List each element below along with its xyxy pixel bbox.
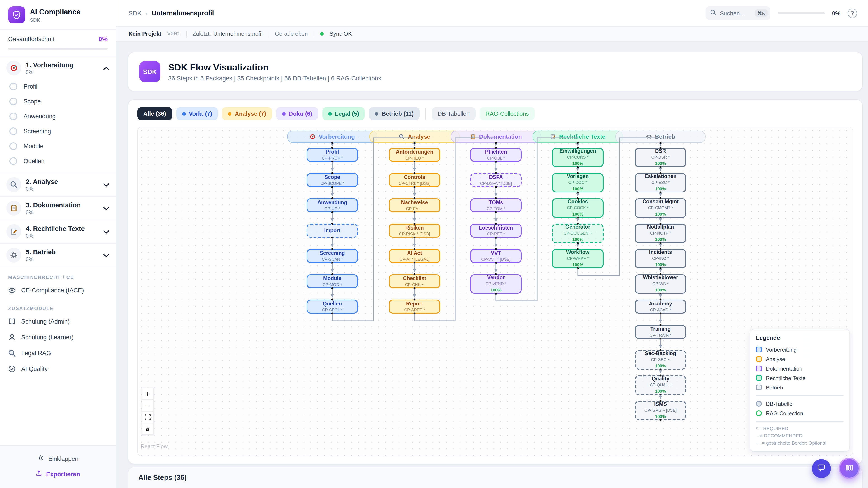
phase-header-5[interactable]: 5. Betrieb0% [6, 248, 110, 263]
divider [269, 31, 269, 37]
zoom-out-button[interactable]: − [142, 399, 154, 411]
phase-header-4[interactable]: 4. Rechtliche Texte0% [6, 224, 110, 239]
sidebar-step-anwendung[interactable]: Anwendung [6, 109, 110, 124]
flow-node-import[interactable]: Import [307, 224, 358, 238]
sidebar-step-scope[interactable]: Scope [6, 94, 110, 109]
flow-node-notfallplan[interactable]: NotfallplanCP-NOTF *100% [635, 224, 686, 243]
legend-title: Legende [756, 334, 844, 341]
flow-node-eskalationen[interactable]: EskalationenCP-ESC *100% [635, 173, 686, 193]
chevron-down-icon [103, 204, 110, 212]
search-input[interactable] [720, 10, 751, 17]
panels-button[interactable] [839, 458, 860, 479]
step-radio[interactable] [9, 83, 17, 90]
sidebar-step-module[interactable]: Module [6, 139, 110, 154]
flow-node-risiken[interactable]: RisikenCP-RISK * [DSB] [389, 224, 440, 238]
react-flow-canvas[interactable]: VorbereitungProfilCP-PROF *ScopeCP-SCOPE… [137, 127, 853, 456]
flow-node-loeschfristen[interactable]: LoeschfristenCP-RET * [470, 224, 522, 238]
flow-node-training[interactable]: TrainingCP-TRAIN * [635, 325, 686, 339]
phase-header-2[interactable]: 2. Analyse0% [6, 177, 110, 192]
step-radio[interactable] [9, 127, 17, 135]
flow-node-dsr[interactable]: DSRCP-DSR *100% [635, 148, 686, 167]
flow-node-pflichten[interactable]: PflichtenCP-OBL * [470, 148, 522, 162]
flow-node-ai-act[interactable]: AI ActCP-AI * [LEGAL] [389, 249, 440, 263]
flow-node-consent-mgmt[interactable]: Consent MgmtCP-CMGMT *100% [635, 198, 686, 218]
flow-node-vendor[interactable]: VendorCP-VEND *100% [470, 274, 522, 294]
sidebar-item-ce-compliance-iace-[interactable]: CE-Compliance (IACE) [0, 283, 116, 298]
node-title: DSR [655, 148, 666, 154]
flow-node-anforderungen[interactable]: AnforderungenCP-REQ * [389, 148, 440, 162]
filter-chip-db-tabellen[interactable]: DB-Tabellen [432, 107, 475, 120]
flow-node-toms[interactable]: TOMsCP-TOM * [470, 198, 522, 213]
flow-node-dsfa[interactable]: DSFACP-DSFA * [DSB] [470, 173, 522, 187]
flow-node-scope[interactable]: ScopeCP-SCOPE * [307, 173, 358, 187]
zoom-in-button[interactable]: + [142, 388, 154, 399]
sidebar-item-ai-quality[interactable]: AI Quality [0, 361, 116, 377]
legend-label: Analyse [766, 356, 785, 362]
filter-chip-rag-collections[interactable]: RAG-Collections [480, 107, 535, 120]
node-code: CP-PROF * [322, 156, 343, 160]
filter-chip-vorb-7-[interactable]: Vorb. (7) [176, 107, 218, 120]
project-status: Kein Projekt [128, 31, 161, 37]
lock-toggle-button[interactable] [142, 423, 154, 435]
export-button[interactable]: Exportieren [0, 466, 116, 482]
step-radio[interactable] [9, 157, 17, 165]
phase-header-3[interactable]: 3. Dokumentation0% [6, 201, 110, 216]
sidebar-item-legal-rag[interactable]: Legal RAG [0, 345, 116, 361]
sidebar-step-profil[interactable]: Profil [6, 79, 110, 94]
sidebar-step-screening[interactable]: Screening [6, 124, 110, 139]
filter-chip-alle-36-[interactable]: Alle (36) [137, 107, 172, 120]
flow-node-anwendung[interactable]: AnwendungCP-UC * [307, 198, 358, 213]
flow-node-incidents[interactable]: IncidentsCP-INC *100% [635, 249, 686, 268]
search-box[interactable]: ⌘K [706, 6, 770, 20]
chat-button[interactable] [812, 459, 831, 478]
flow-node-quellen[interactable]: QuellenCP-SPOL * [307, 300, 358, 314]
collapse-sidebar-button[interactable]: Einklappen [0, 451, 116, 466]
flow-node-screening[interactable]: ScreeningCP-SCAN * [307, 249, 358, 263]
sidebar-item-schulung-learner-[interactable]: Schulung (Learner) [0, 329, 116, 345]
flow-node-vvt[interactable]: VVTCP-VVT * [DSB] [470, 249, 522, 263]
flow-node-workflow[interactable]: WorkflowCP-WRKF *100% [552, 249, 603, 268]
app-title: AI Compliance [30, 7, 81, 16]
flow-node-checklist[interactable]: ChecklistCP-CHK ~ [389, 274, 440, 288]
step-radio[interactable] [9, 112, 17, 120]
flow-node-report[interactable]: ReportCP-AREP * [389, 300, 440, 314]
legend-note: --- = gestrichelte Border: Optional [756, 439, 844, 447]
fit-view-button[interactable] [142, 411, 154, 423]
node-title: Anwendung [317, 200, 347, 205]
sidebar: AI Compliance SDK Gesamtfortschritt 0% 1… [0, 0, 116, 488]
legend-item-slate: Betrieb [756, 383, 844, 392]
chip-dot [282, 112, 285, 116]
filter-chip-doku-6-[interactable]: Doku (6) [276, 107, 318, 120]
sidebar-step-quellen[interactable]: Quellen [6, 154, 110, 168]
flow-node-nachweise[interactable]: NachweiseCP-EVI ~ [389, 198, 440, 213]
sidebar-item-schulung-admin-[interactable]: Schulung (Admin) [0, 314, 116, 329]
flow-node-module[interactable]: ModuleCP-MOD * [307, 274, 358, 288]
filter-chip-analyse-7-[interactable]: Analyse (7) [222, 107, 272, 120]
flow-node-controls[interactable]: ControlsCP-CTRL * [DSB] [389, 173, 440, 187]
help-icon[interactable]: ? [848, 8, 857, 18]
step-radio[interactable] [9, 98, 17, 105]
filter-chip-legal-5-[interactable]: Legal (5) [322, 107, 365, 120]
legend-item-circle-gray: DB-Tabelle [756, 399, 844, 409]
flow-node-quality[interactable]: QualityCP-QUAL ~100% [635, 376, 686, 395]
filter-chip-betrieb-11-[interactable]: Betrieb (11) [369, 107, 420, 120]
flow-node-profil[interactable]: ProfilCP-PROF * [307, 148, 358, 162]
flow-node-generator[interactable]: GeneratorCP-DOCGEN ~100% [552, 224, 603, 243]
flow-node-vorlagen[interactable]: VorlagenCP-DOC *100% [552, 173, 603, 193]
flow-node-sec-backlog[interactable]: Sec-BacklogCP-SEC ~100% [635, 350, 686, 369]
column-header-label: Betrieb [655, 133, 675, 140]
phase-header-1[interactable]: 1. Vorbereitung0% [6, 61, 110, 75]
flow-node-isms[interactable]: ISMSCP-ISMS ~ [DSB]100% [635, 401, 686, 420]
column-header-blue: Vorbereitung [287, 131, 377, 143]
header-progress-bar [778, 12, 825, 14]
step-radio[interactable] [9, 142, 17, 150]
breadcrumb-root[interactable]: SDK [128, 9, 142, 17]
sidebar-item-label: Schulung (Learner) [21, 334, 73, 341]
db-table-icon [756, 401, 762, 407]
flow-node-einwilligungen[interactable]: EinwilligungenCP-CONS *100% [552, 148, 603, 167]
flow-node-cookies[interactable]: CookiesCP-COOK *100% [552, 198, 603, 218]
node-title: Nachweise [401, 200, 428, 205]
flow-node-whistleblower[interactable]: WhistleblowerCP-WB *100% [635, 274, 686, 294]
flow-node-academy[interactable]: AcademyCP-ACAD * [635, 300, 686, 314]
node-code: CP-INC * [652, 256, 669, 261]
